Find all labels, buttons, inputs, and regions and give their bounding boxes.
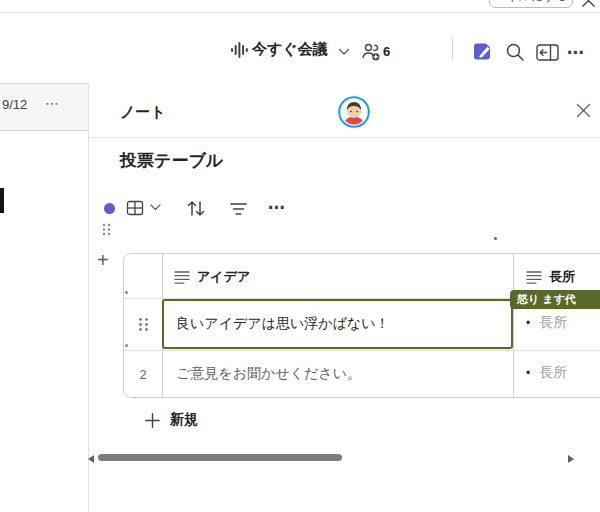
collab-cursor-dot [494, 237, 497, 240]
scroll-right-arrow[interactable] [568, 455, 574, 463]
panel-title: ノート [120, 103, 166, 122]
panel-close-icon[interactable] [575, 102, 592, 119]
people-add-icon[interactable] [360, 42, 382, 62]
scroll-left-arrow[interactable] [88, 455, 94, 463]
plus-icon [145, 413, 160, 428]
sort-icon[interactable] [186, 199, 206, 218]
new-row-label: 新規 [170, 411, 198, 429]
meet-now-chevron-down-icon[interactable] [338, 48, 350, 56]
row-marker-dot [125, 291, 128, 294]
panel-left-divider [88, 83, 89, 512]
pros-text: 長所 [539, 314, 567, 332]
meet-now-button[interactable]: 今すぐ会議 [252, 40, 328, 59]
new-row-button[interactable]: 新規 [145, 411, 198, 429]
loop-bullet-icon [104, 203, 115, 214]
row-number: 2 [124, 351, 162, 397]
banner-close-icon[interactable] [581, 0, 596, 8]
panel-header-divider [89, 137, 600, 138]
participant-count[interactable]: 6 [383, 44, 390, 59]
votes-table: アイデア 長所 良いアイデアは思い浮かばない！ • 長所 2 ご意見をお聞かせく… [123, 253, 600, 398]
top-divider [0, 12, 600, 13]
open-pane-icon[interactable] [536, 44, 559, 61]
filter-icon[interactable] [230, 202, 247, 216]
doc-heading: 投票テーブル [120, 149, 223, 172]
table-layout-chevron-down-icon[interactable] [150, 204, 161, 211]
stage-content-edge [0, 188, 4, 213]
collaborator-selection-badge: 怒り ます代 [510, 290, 600, 309]
toolbar-more-icon[interactable]: ⋯ [567, 44, 585, 61]
table-cell-idea-row2[interactable]: ご意見をお聞かせください。 [162, 351, 513, 397]
table-cell-pros-row1[interactable]: • 長所 [526, 314, 567, 332]
background-tab-label: 9/12 [2, 97, 27, 112]
text-column-icon [174, 270, 190, 285]
horizontal-scrollbar[interactable] [88, 451, 578, 464]
component-drag-handle[interactable] [102, 223, 111, 236]
doc-more-icon[interactable]: ⋯ [268, 199, 286, 216]
pros-text: 長所 [539, 364, 567, 382]
waveform-icon [231, 41, 248, 59]
table-cell-pros-row2[interactable]: • 長所 [526, 364, 567, 382]
row-marker-dot [125, 344, 128, 347]
scrollbar-thumb[interactable] [98, 454, 342, 461]
background-tab-more-icon[interactable]: ⋯ [45, 95, 59, 111]
popout-button[interactable]: パネルにする [489, 0, 573, 8]
column-divider[interactable] [513, 254, 514, 397]
list-bullet: • [526, 316, 530, 330]
list-bullet: • [526, 366, 530, 380]
table-cell-idea-row1[interactable]: 良いアイデアは思い浮かばない！ [162, 299, 513, 349]
add-row-column-button[interactable]: + [97, 250, 109, 270]
collaborator-avatar[interactable] [338, 96, 370, 128]
column-header-label: アイデア [197, 268, 250, 286]
row-drag-handle[interactable] [138, 317, 149, 332]
column-header-pros[interactable]: 長所 [526, 268, 575, 286]
search-icon[interactable] [505, 42, 525, 62]
table-layout-icon[interactable] [126, 199, 144, 217]
notes-pen-icon[interactable] [473, 41, 494, 62]
toolbar-divider [452, 37, 453, 60]
column-header-label: 長所 [549, 268, 575, 286]
column-header-idea[interactable]: アイデア [174, 268, 250, 286]
text-column-icon [526, 270, 542, 285]
